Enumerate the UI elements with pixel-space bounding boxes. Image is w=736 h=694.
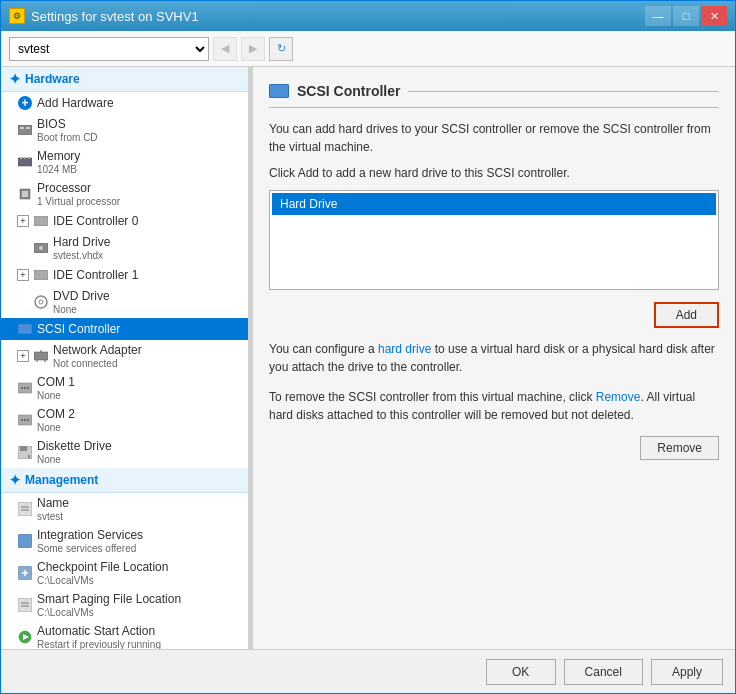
- svg-point-27: [27, 419, 29, 421]
- add-button[interactable]: Add: [654, 302, 719, 328]
- title-bar: ⚙ Settings for svtest on SVHV1 — □ ✕: [1, 1, 735, 31]
- sidebar-item-processor[interactable]: Processor 1 Virtual processor: [1, 178, 248, 210]
- title-controls: — □ ✕: [645, 6, 727, 26]
- main-window: ⚙ Settings for svtest on SVHV1 — □ ✕ svt…: [0, 0, 736, 694]
- minimize-button[interactable]: —: [645, 6, 671, 26]
- scsi-label: SCSI Controller: [37, 322, 120, 336]
- sidebar-item-scsi[interactable]: SCSI Controller: [1, 318, 248, 340]
- scsi-icon: [17, 321, 33, 337]
- svg-point-25: [21, 419, 23, 421]
- nav-back-button[interactable]: ◀: [213, 37, 237, 61]
- svg-point-14: [39, 300, 43, 304]
- hard-drive-list-item[interactable]: Hard Drive: [272, 193, 716, 215]
- dvd-icon: [33, 294, 49, 310]
- info-text-1-content: You can configure a hard drive to use a …: [269, 342, 715, 374]
- memory-icon: [17, 154, 33, 170]
- toolbar: svtest ◀ ▶ ↻: [1, 31, 735, 67]
- integration-icon: [17, 533, 33, 549]
- svg-rect-12: [34, 270, 48, 280]
- svg-rect-1: [20, 127, 24, 129]
- sidebar-item-auto-start[interactable]: Automatic Start Action Restart if previo…: [1, 621, 248, 649]
- remove-button-row: Remove: [269, 436, 719, 460]
- panel-divider: [408, 91, 719, 92]
- panel-title: SCSI Controller: [297, 83, 400, 99]
- name-label: Name: [37, 496, 69, 510]
- nav-forward-button[interactable]: ▶: [241, 37, 265, 61]
- maximize-button[interactable]: □: [673, 6, 699, 26]
- svg-rect-3: [18, 158, 32, 166]
- sidebar-item-ide0[interactable]: + IDE Controller 0: [1, 210, 248, 232]
- name-icon: [17, 501, 33, 517]
- svg-rect-4: [20, 157, 22, 159]
- sidebar-item-checkpoint[interactable]: Checkpoint File Location C:\LocalVMs: [1, 557, 248, 589]
- description-text-1: You can add hard drives to your SCSI con…: [269, 120, 719, 156]
- sidebar-item-integration[interactable]: Integration Services Some services offer…: [1, 525, 248, 557]
- network-label: Network Adapter: [53, 343, 142, 357]
- nav-refresh-button[interactable]: ↻: [269, 37, 293, 61]
- sidebar-item-bios[interactable]: BIOS Boot from CD: [1, 114, 248, 146]
- svg-rect-38: [18, 598, 32, 612]
- svg-rect-2: [26, 127, 30, 129]
- sidebar-item-dvd[interactable]: DVD Drive None: [1, 286, 248, 318]
- bios-sublabel: Boot from CD: [37, 132, 98, 143]
- ide0-expand-icon[interactable]: +: [17, 215, 29, 227]
- apply-button[interactable]: Apply: [651, 659, 723, 685]
- sidebar-item-add-hardware[interactable]: + Add Hardware: [1, 92, 248, 114]
- svg-rect-5: [24, 157, 26, 159]
- sidebar-item-memory[interactable]: Memory 1024 MB: [1, 146, 248, 178]
- sidebar-item-com1[interactable]: COM 1 None: [1, 372, 248, 404]
- paging-icon: [17, 597, 33, 613]
- sidebar-item-paging[interactable]: Smart Paging File Location C:\LocalVMs: [1, 589, 248, 621]
- hard-drive-label: Hard Drive: [53, 235, 110, 249]
- com1-label: COM 1: [37, 375, 75, 389]
- hard-drive-link[interactable]: hard drive: [378, 342, 431, 356]
- sidebar-item-network[interactable]: + Network Adapter Not connected: [1, 340, 248, 372]
- auto-start-icon: [17, 629, 33, 645]
- svg-point-11: [39, 246, 43, 250]
- ide1-icon: [33, 267, 49, 283]
- description-text-2: Click Add to add a new hard drive to thi…: [269, 164, 719, 182]
- vm-dropdown[interactable]: svtest: [9, 37, 209, 61]
- svg-rect-15: [18, 324, 32, 334]
- memory-label: Memory: [37, 149, 80, 163]
- diskette-sublabel: None: [37, 454, 112, 465]
- sidebar-item-com2[interactable]: COM 2 None: [1, 404, 248, 436]
- svg-rect-0: [18, 125, 32, 135]
- info-text-2-content: To remove the SCSI controller from this …: [269, 390, 695, 422]
- add-hardware-label: Add Hardware: [37, 96, 114, 110]
- hardware-section-header: ✦ Hardware: [1, 67, 248, 92]
- close-button[interactable]: ✕: [701, 6, 727, 26]
- window-icon: ⚙: [9, 8, 25, 24]
- svg-rect-34: [18, 534, 32, 548]
- network-expand-icon[interactable]: +: [17, 350, 29, 362]
- paging-sublabel: C:\LocalVMs: [37, 607, 181, 618]
- checkpoint-label: Checkpoint File Location: [37, 560, 168, 574]
- sidebar-item-diskette[interactable]: Diskette Drive None: [1, 436, 248, 468]
- auto-start-sublabel: Restart if previously running: [37, 639, 161, 649]
- checkpoint-icon: [17, 565, 33, 581]
- memory-sublabel: 1024 MB: [37, 164, 80, 175]
- processor-label: Processor: [37, 181, 120, 195]
- svg-rect-31: [18, 502, 32, 516]
- content-area: ✦ Hardware + Add Hardware BIOS Boo: [1, 67, 735, 649]
- remove-link[interactable]: Remove: [596, 390, 641, 404]
- ok-button[interactable]: OK: [486, 659, 556, 685]
- window-title: Settings for svtest on SVHV1: [31, 9, 199, 24]
- remove-button[interactable]: Remove: [640, 436, 719, 460]
- hard-drive-sublabel: svtest.vhdx: [53, 250, 110, 261]
- diskette-icon: [17, 444, 33, 460]
- svg-point-13: [35, 296, 47, 308]
- cancel-button[interactable]: Cancel: [564, 659, 643, 685]
- footer: OK Cancel Apply: [1, 649, 735, 693]
- sidebar-item-hard-drive[interactable]: Hard Drive svtest.vhdx: [1, 232, 248, 264]
- sidebar-item-name[interactable]: Name svtest: [1, 493, 248, 525]
- diskette-label: Diskette Drive: [37, 439, 112, 453]
- integration-label: Integration Services: [37, 528, 143, 542]
- drive-list-box[interactable]: Hard Drive: [269, 190, 719, 290]
- sidebar-item-ide1[interactable]: + IDE Controller 1: [1, 264, 248, 286]
- svg-rect-6: [28, 157, 30, 159]
- network-sublabel: Not connected: [53, 358, 142, 369]
- ide1-expand-icon[interactable]: +: [17, 269, 29, 281]
- integration-sublabel: Some services offered: [37, 543, 143, 554]
- hardware-star-icon: ✦: [9, 71, 21, 87]
